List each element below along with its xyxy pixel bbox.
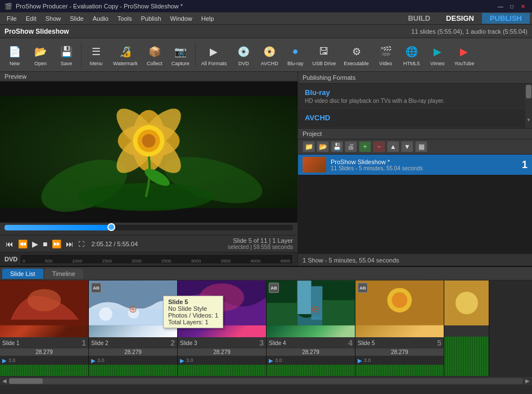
preview-panel: Preview [0, 72, 298, 266]
slide3-play-bar: ▶ 3.0 [178, 356, 266, 365]
menu-help[interactable]: Help [197, 14, 219, 23]
proj-add-btn[interactable]: + [359, 141, 371, 152]
format-avchd[interactable]: AVCHD [298, 109, 532, 128]
vimeo-button[interactable]: ▶ Vimeo [425, 40, 450, 70]
slide5-name: Slide 5 [358, 340, 375, 346]
slide5-play-bar: ▶ 3.0 [355, 356, 444, 365]
slide-item-2[interactable]: AB ⊕ Slide 2 2 28.279 ▶ 3.0 [89, 280, 178, 376]
tooltip-line2: Photos / Videos: 1 [168, 312, 218, 319]
slide-strip: Slide 1 1 28.279 ▶ 3.0 AB [0, 280, 532, 376]
skip-end-button[interactable]: ⏭ [65, 238, 75, 250]
capture-button[interactable]: 📷 Capture [168, 40, 193, 70]
menu-file[interactable]: File [2, 14, 21, 23]
format-bluray[interactable]: Blu-ray HD video disc for playback on TV… [298, 84, 532, 109]
progress-thumb[interactable] [107, 223, 115, 231]
slide-item-5[interactable]: AB Slide 5 5 28.279 ▶ 3.0 [355, 280, 444, 376]
slide4-num: 4 [348, 338, 353, 347]
slide3-play-btn[interactable]: ▶ [180, 357, 184, 364]
skip-start-button[interactable]: ⏮ [4, 238, 15, 250]
project-item-1[interactable]: ProShow Slideshow * 11 Slides - 5 minute… [298, 155, 532, 175]
slide4-play-btn[interactable]: ▶ [269, 357, 273, 364]
slide2-play-btn[interactable]: ▶ [91, 357, 96, 364]
proj-save-btn[interactable]: 💾 [331, 141, 343, 152]
menu-edit[interactable]: Edit [21, 14, 41, 23]
open-button[interactable]: 📂 Open [28, 40, 53, 70]
project-label: Project [298, 129, 532, 139]
menu-publish[interactable]: Publish [137, 14, 166, 23]
build-button[interactable]: BUILD [400, 13, 438, 24]
html5-button[interactable]: 🌐 HTML5 [399, 40, 424, 70]
menu-slide[interactable]: Slide [65, 14, 88, 23]
slide-item-1[interactable]: Slide 1 1 28.279 ▶ 3.0 [0, 280, 89, 376]
ruler-marks: 0 500 1000 1500 2000 2500 3000 3500 4000… [20, 255, 292, 264]
stop-button[interactable]: ■ [42, 238, 48, 250]
save-icon: 💾 [58, 44, 74, 60]
dvd-label-bar: DVD 0 500 1000 1500 2000 2500 3000 3500 … [0, 253, 297, 265]
next-frame-button[interactable]: ⏩ [51, 238, 62, 250]
preview-svg [0, 81, 297, 223]
slide2-ab-badge: AB [91, 283, 101, 293]
maximize-button[interactable]: □ [507, 2, 516, 11]
scroll-left-arrow[interactable]: ◀ [2, 378, 7, 384]
project-sub: 11 Slides - 5 minutes, 55.04 seconds [331, 165, 517, 171]
menu-tool-button[interactable]: ☰ Menu [84, 40, 109, 70]
menu-audio[interactable]: Audio [88, 14, 113, 23]
proj-print-btn[interactable]: 🖨 [345, 141, 357, 152]
scroll-thumb[interactable] [9, 378, 43, 384]
proj-grid-btn[interactable]: ▦ [415, 141, 427, 152]
horizontal-scrollbar[interactable]: ◀ ▶ [0, 376, 532, 385]
slide-item-3[interactable]: Slide 3 3 28.279 ▶ 3.0 [178, 280, 267, 376]
proj-folder-btn[interactable]: 📁 [303, 141, 315, 152]
slide1-name: Slide 1 [2, 340, 20, 346]
proj-remove-btn[interactable]: − [373, 141, 385, 152]
new-label: New [10, 61, 20, 66]
menu-window[interactable]: Window [166, 14, 197, 23]
ruler-mark-2000: 2000 [132, 259, 142, 264]
avchd-button[interactable]: 📀 AVCHD [257, 40, 282, 70]
scroll-down-arrow[interactable]: ▼ [525, 117, 532, 123]
minimize-button[interactable]: — [496, 2, 505, 11]
scroll-track[interactable] [9, 378, 523, 384]
progress-bar[interactable] [4, 225, 293, 230]
slide5-play-btn[interactable]: ▶ [358, 357, 362, 364]
project-name: ProShow Slideshow * [331, 158, 517, 165]
new-button[interactable]: 📄 New [2, 40, 27, 70]
scroll-right-arrow[interactable]: ▶ [525, 378, 530, 384]
menu-show[interactable]: Show [41, 14, 66, 23]
design-button[interactable]: DESIGN [438, 13, 482, 24]
slide-item-4[interactable]: AB ⊕ Slide 4 4 28.279 ▶ 3.0 [267, 280, 355, 376]
play-button[interactable]: ▶ [31, 238, 39, 250]
fullscreen-button[interactable]: ⛶ [77, 239, 85, 248]
usb-button[interactable]: 🖫 USB Drive [309, 40, 339, 70]
new-icon: 📄 [7, 44, 22, 60]
dvd-button[interactable]: 💿 DVD [231, 40, 256, 70]
slide2-play-bar: ▶ 3.0 [89, 356, 177, 365]
tab-slide-list[interactable]: Slide List [2, 269, 43, 279]
publish-button[interactable]: PUBLISH [482, 13, 530, 24]
video-button[interactable]: 🎬 Video [373, 40, 398, 70]
watermark-button[interactable]: 🔏 Watermark [110, 40, 141, 70]
proj-up-btn[interactable]: ▲ [387, 141, 399, 152]
all-formats-button[interactable]: ▶ All Formats [198, 40, 231, 70]
avchd-icon: 📀 [262, 44, 277, 60]
menu-bar: File Edit Show Slide Audio Tools Publish… [0, 12, 532, 25]
collect-button[interactable]: 📦 Collect [142, 40, 167, 70]
save-button[interactable]: 💾 Save [54, 40, 79, 70]
pub-scroll-thumb[interactable] [526, 85, 531, 98]
prev-frame-button[interactable]: ⏪ [17, 238, 29, 250]
ruler-mark-4500: 4500 [280, 259, 290, 264]
title-controls[interactable]: — □ ✕ [496, 2, 528, 11]
close-button[interactable]: ✕ [519, 2, 528, 11]
window-title: ProShow Producer - Evaluation Copy - Pro… [16, 3, 183, 10]
watermark-icon: 🔏 [118, 44, 133, 60]
ruler-mark-1000: 1000 [72, 259, 82, 264]
bluray-button[interactable]: ● Blu-ray [283, 40, 308, 70]
proj-down-btn[interactable]: ▼ [401, 141, 413, 152]
slide1-play-btn[interactable]: ▶ [2, 357, 7, 364]
youtube-button[interactable]: ▶ YouTube [451, 40, 477, 70]
executable-button[interactable]: ⚙ Executable [340, 40, 372, 70]
tab-timeline[interactable]: Timeline [44, 269, 83, 279]
menu-tools[interactable]: Tools [113, 14, 137, 23]
proj-open-btn[interactable]: 📂 [317, 141, 329, 152]
pub-scrollbar[interactable]: ▼ [525, 84, 532, 128]
